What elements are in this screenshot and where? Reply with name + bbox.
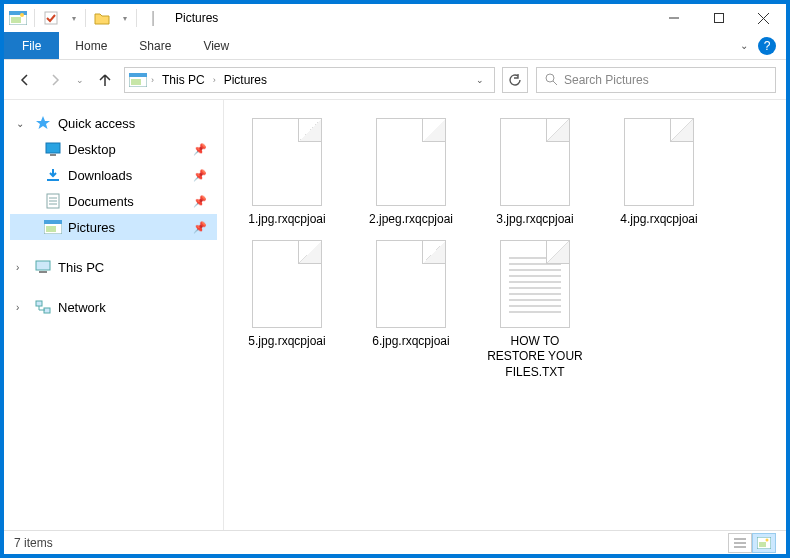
svg-rect-15 — [50, 154, 56, 156]
sidebar-item-label: Quick access — [58, 116, 135, 131]
svg-point-33 — [766, 538, 769, 541]
qat-dropdown-icon[interactable]: ▾ — [69, 10, 79, 26]
svg-rect-26 — [36, 301, 42, 306]
sidebar-item-label: Network — [58, 300, 106, 315]
file-tab[interactable]: File — [4, 32, 59, 59]
file-name: HOW TO RESTORE YOUR FILES.TXT — [482, 334, 588, 381]
tab-home[interactable]: Home — [59, 32, 123, 59]
blank-file-icon — [624, 118, 694, 206]
details-view-button[interactable] — [728, 533, 752, 553]
tab-view[interactable]: View — [187, 32, 245, 59]
chevron-right-icon[interactable]: › — [213, 75, 216, 85]
svg-rect-6 — [714, 14, 723, 23]
sidebar-item-documents[interactable]: Documents 📌 — [10, 188, 217, 214]
svg-rect-16 — [47, 179, 59, 181]
file-name: 3.jpg.rxqcpjoai — [496, 212, 573, 228]
search-input[interactable]: Search Pictures — [536, 67, 776, 93]
forward-button[interactable] — [44, 69, 66, 91]
blank-file-icon — [376, 118, 446, 206]
breadcrumb[interactable]: This PC — [158, 73, 209, 87]
star-icon — [34, 115, 52, 131]
sidebar-item-pictures[interactable]: Pictures 📌 — [10, 214, 217, 240]
sidebar-item-label: Documents — [68, 194, 134, 209]
sidebar-item-network[interactable]: › Network — [10, 294, 217, 320]
svg-rect-23 — [46, 226, 56, 232]
file-name: 2.jpeg.rxqcpjoai — [369, 212, 453, 228]
sidebar-item-label: Downloads — [68, 168, 132, 183]
svg-rect-2 — [11, 17, 21, 23]
separator — [136, 9, 137, 27]
blank-file-icon — [252, 240, 322, 328]
window-controls — [651, 4, 786, 32]
help-icon[interactable]: ? — [758, 37, 776, 55]
up-button[interactable] — [94, 69, 116, 91]
network-icon — [34, 299, 52, 315]
ribbon-expand-icon[interactable]: ⌄ — [740, 40, 748, 51]
this-pc-icon — [34, 259, 52, 275]
svg-rect-10 — [129, 73, 147, 77]
documents-icon — [44, 193, 62, 209]
navigation-bar: ⌄ › This PC › Pictures ⌄ Search Pictures — [4, 60, 786, 100]
file-name: 4.jpg.rxqcpjoai — [620, 212, 697, 228]
svg-point-3 — [20, 13, 24, 17]
downloads-icon — [44, 167, 62, 183]
pin-icon: 📌 — [193, 221, 207, 234]
back-button[interactable] — [14, 69, 36, 91]
file-name: 5.jpg.rxqcpjoai — [248, 334, 325, 350]
window-title: Pictures — [175, 11, 218, 25]
svg-rect-24 — [36, 261, 50, 270]
title-bar: ▾ ▾ | Pictures — [4, 4, 786, 32]
sidebar-item-desktop[interactable]: Desktop 📌 — [10, 136, 217, 162]
blank-file-icon — [500, 118, 570, 206]
pin-icon: 📌 — [193, 195, 207, 208]
file-item[interactable]: 6.jpg.rxqcpjoai — [358, 240, 464, 381]
breadcrumb[interactable]: Pictures — [220, 73, 271, 87]
svg-rect-11 — [131, 79, 141, 85]
close-button[interactable] — [741, 4, 786, 32]
separator — [85, 9, 86, 27]
svg-rect-4 — [45, 12, 57, 24]
svg-point-12 — [546, 74, 554, 82]
navigation-pane: ⌄ Quick access Desktop 📌 Downloads 📌 Doc… — [4, 100, 224, 530]
view-switcher — [728, 533, 776, 553]
svg-rect-14 — [46, 143, 60, 153]
file-item[interactable]: 2.jpeg.rxqcpjoai — [358, 118, 464, 228]
explorer-body: ⌄ Quick access Desktop 📌 Downloads 📌 Doc… — [4, 100, 786, 530]
file-item[interactable]: 3.jpg.rxqcpjoai — [482, 118, 588, 228]
app-icon — [8, 10, 28, 26]
sidebar-item-downloads[interactable]: Downloads 📌 — [10, 162, 217, 188]
file-item[interactable]: 5.jpg.rxqcpjoai — [234, 240, 340, 381]
file-item[interactable]: HOW TO RESTORE YOUR FILES.TXT — [482, 240, 588, 381]
icons-view-button[interactable] — [752, 533, 776, 553]
address-bar[interactable]: › This PC › Pictures ⌄ — [124, 67, 495, 93]
expand-icon[interactable]: › — [16, 302, 28, 313]
minimize-button[interactable] — [651, 4, 696, 32]
sidebar-item-this-pc[interactable]: › This PC — [10, 254, 217, 280]
pictures-location-icon — [129, 72, 147, 88]
sidebar-item-quick-access[interactable]: ⌄ Quick access — [10, 110, 217, 136]
file-item[interactable]: 1.jpg.rxqcpjoai — [234, 118, 340, 228]
separator — [34, 9, 35, 27]
refresh-button[interactable] — [502, 67, 528, 93]
file-item[interactable]: 4.jpg.rxqcpjoai — [606, 118, 712, 228]
sidebar-item-label: Desktop — [68, 142, 116, 157]
file-list[interactable]: 1.jpg.rxqcpjoai2.jpeg.rxqcpjoai3.jpg.rxq… — [224, 100, 786, 530]
svg-line-13 — [553, 81, 557, 85]
blank-file-icon — [376, 240, 446, 328]
search-icon — [545, 73, 558, 86]
address-dropdown-icon[interactable]: ⌄ — [470, 75, 490, 85]
qat-dropdown-icon[interactable]: ▾ — [120, 10, 130, 26]
properties-checkbox-icon[interactable] — [41, 10, 61, 26]
text-file-icon — [500, 240, 570, 328]
collapse-icon[interactable]: ⌄ — [16, 118, 28, 129]
expand-icon[interactable]: › — [16, 262, 28, 273]
maximize-button[interactable] — [696, 4, 741, 32]
recent-dropdown-icon[interactable]: ⌄ — [74, 69, 86, 91]
folder-icon — [92, 10, 112, 26]
sidebar-item-label: This PC — [58, 260, 104, 275]
pin-icon: 📌 — [193, 169, 207, 182]
chevron-right-icon[interactable]: › — [151, 75, 154, 85]
sidebar-item-label: Pictures — [68, 220, 115, 235]
tab-share[interactable]: Share — [123, 32, 187, 59]
desktop-icon — [44, 141, 62, 157]
